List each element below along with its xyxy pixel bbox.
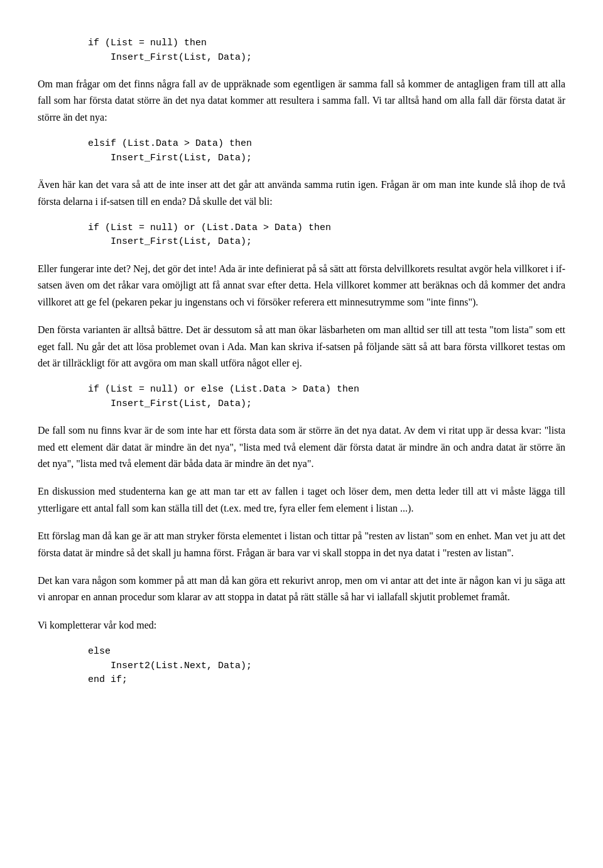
paragraph-2: Även här kan det vara så att de inte ins… bbox=[38, 177, 565, 210]
paragraph-7: Ett förslag man då kan ge är att man str… bbox=[38, 528, 565, 561]
paragraph-9: Vi kompletterar vår kod med: bbox=[38, 617, 565, 634]
paragraph-3: Eller fungerar inte det? Nej, det gör de… bbox=[38, 261, 565, 310]
paragraph-5: De fall som nu finns kvar är de som inte… bbox=[38, 422, 565, 472]
paragraph-1: Om man frågar om det finns några fall av… bbox=[38, 76, 565, 126]
page-content: if (List = null) then Insert_First(List,… bbox=[38, 36, 565, 688]
paragraph-8: Det kan vara någon som kommer på att man… bbox=[38, 573, 565, 606]
paragraph-6: En diskussion med studenterna kan ge att… bbox=[38, 483, 565, 517]
code-block-2: elsif (List.Data > Data) then Insert_Fir… bbox=[88, 137, 565, 165]
code-block-4: if (List = null) or else (List.Data > Da… bbox=[88, 383, 565, 411]
code-block-1: if (List = null) then Insert_First(List,… bbox=[88, 36, 565, 65]
paragraph-4: Den första varianten är alltså bättre. D… bbox=[38, 322, 565, 371]
code-block-5: else Insert2(List.Next, Data); end if; bbox=[88, 645, 565, 688]
code-block-3: if (List = null) or (List.Data > Data) t… bbox=[88, 221, 565, 250]
